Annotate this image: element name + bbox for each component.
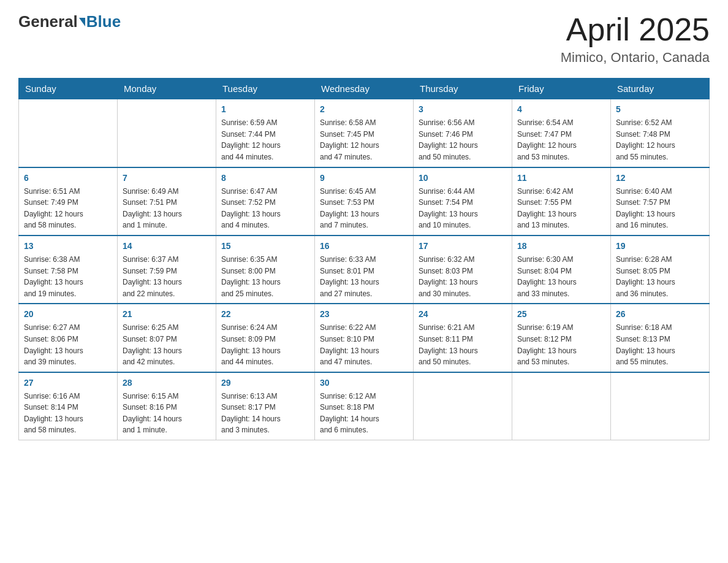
table-row: 13Sunrise: 6:38 AM Sunset: 7:58 PM Dayli… (19, 236, 118, 304)
day-number: 24 (419, 308, 507, 321)
table-row: 21Sunrise: 6:25 AM Sunset: 8:07 PM Dayli… (118, 304, 216, 372)
table-row: 16Sunrise: 6:33 AM Sunset: 8:01 PM Dayli… (315, 236, 414, 304)
day-info: Sunrise: 6:58 AM Sunset: 7:45 PM Dayligh… (320, 117, 408, 163)
col-saturday: Saturday (611, 79, 710, 99)
table-row: 4Sunrise: 6:54 AM Sunset: 7:47 PM Daylig… (512, 99, 611, 167)
day-number: 16 (320, 240, 408, 253)
day-info: Sunrise: 6:32 AM Sunset: 8:03 PM Dayligh… (419, 254, 507, 299)
calendar-week-row: 1Sunrise: 6:59 AM Sunset: 7:44 PM Daylig… (19, 99, 710, 167)
day-info: Sunrise: 6:54 AM Sunset: 7:47 PM Dayligh… (517, 117, 605, 163)
col-tuesday: Tuesday (216, 79, 315, 99)
table-row: 17Sunrise: 6:32 AM Sunset: 8:03 PM Dayli… (414, 236, 512, 304)
day-info: Sunrise: 6:59 AM Sunset: 7:44 PM Dayligh… (221, 117, 309, 163)
day-number: 3 (419, 103, 507, 116)
day-info: Sunrise: 6:15 AM Sunset: 8:16 PM Dayligh… (123, 391, 211, 436)
table-row: 19Sunrise: 6:28 AM Sunset: 8:05 PM Dayli… (611, 236, 710, 304)
day-info: Sunrise: 6:12 AM Sunset: 8:18 PM Dayligh… (320, 391, 408, 436)
day-number: 26 (616, 308, 704, 321)
calendar-header-row: Sunday Monday Tuesday Wednesday Thursday… (19, 79, 710, 99)
day-number: 10 (419, 172, 507, 185)
day-info: Sunrise: 6:35 AM Sunset: 8:00 PM Dayligh… (221, 254, 309, 299)
table-row: 22Sunrise: 6:24 AM Sunset: 8:09 PM Dayli… (216, 304, 315, 372)
day-info: Sunrise: 6:13 AM Sunset: 8:17 PM Dayligh… (221, 391, 309, 436)
day-number: 21 (123, 308, 211, 321)
day-info: Sunrise: 6:52 AM Sunset: 7:48 PM Dayligh… (616, 117, 704, 163)
day-number: 13 (24, 240, 112, 253)
day-number: 12 (616, 172, 704, 185)
day-number: 22 (221, 308, 309, 321)
day-number: 8 (221, 172, 309, 185)
day-number: 25 (517, 308, 605, 321)
day-number: 29 (221, 377, 309, 389)
day-info: Sunrise: 6:33 AM Sunset: 8:01 PM Dayligh… (320, 254, 408, 299)
day-number: 17 (419, 240, 507, 253)
table-row: 15Sunrise: 6:35 AM Sunset: 8:00 PM Dayli… (216, 236, 315, 304)
table-row: 20Sunrise: 6:27 AM Sunset: 8:06 PM Dayli… (19, 304, 118, 372)
table-row: 5Sunrise: 6:52 AM Sunset: 7:48 PM Daylig… (611, 99, 710, 167)
day-info: Sunrise: 6:30 AM Sunset: 8:04 PM Dayligh… (517, 254, 605, 299)
table-row: 10Sunrise: 6:44 AM Sunset: 7:54 PM Dayli… (414, 167, 512, 236)
day-number: 15 (221, 240, 309, 253)
table-row: 8Sunrise: 6:47 AM Sunset: 7:52 PM Daylig… (216, 167, 315, 236)
day-number: 9 (320, 172, 408, 185)
day-info: Sunrise: 6:49 AM Sunset: 7:51 PM Dayligh… (123, 186, 211, 231)
day-number: 14 (123, 240, 211, 253)
day-info: Sunrise: 6:44 AM Sunset: 7:54 PM Dayligh… (419, 186, 507, 231)
table-row: 30Sunrise: 6:12 AM Sunset: 8:18 PM Dayli… (315, 372, 414, 440)
table-row: 2Sunrise: 6:58 AM Sunset: 7:45 PM Daylig… (315, 99, 414, 167)
table-row: 29Sunrise: 6:13 AM Sunset: 8:17 PM Dayli… (216, 372, 315, 440)
day-number: 4 (517, 103, 605, 116)
calendar-week-row: 27Sunrise: 6:16 AM Sunset: 8:14 PM Dayli… (19, 372, 710, 440)
table-row: 24Sunrise: 6:21 AM Sunset: 8:11 PM Dayli… (414, 304, 512, 372)
day-info: Sunrise: 6:45 AM Sunset: 7:53 PM Dayligh… (320, 186, 408, 231)
table-row: 23Sunrise: 6:22 AM Sunset: 8:10 PM Dayli… (315, 304, 414, 372)
day-info: Sunrise: 6:24 AM Sunset: 8:09 PM Dayligh… (221, 322, 309, 367)
day-number: 27 (24, 377, 112, 389)
day-info: Sunrise: 6:38 AM Sunset: 7:58 PM Dayligh… (24, 254, 112, 299)
logo-blue-text: Blue (86, 12, 121, 31)
table-row: 1Sunrise: 6:59 AM Sunset: 7:44 PM Daylig… (216, 99, 315, 167)
table-row: 28Sunrise: 6:15 AM Sunset: 8:16 PM Dayli… (118, 372, 216, 440)
month-title: April 2025 (561, 12, 710, 47)
col-wednesday: Wednesday (315, 79, 414, 99)
day-number: 20 (24, 308, 112, 321)
day-number: 7 (123, 172, 211, 185)
day-info: Sunrise: 6:27 AM Sunset: 8:06 PM Dayligh… (24, 322, 112, 367)
table-row (118, 99, 216, 167)
table-row: 18Sunrise: 6:30 AM Sunset: 8:04 PM Dayli… (512, 236, 611, 304)
day-info: Sunrise: 6:37 AM Sunset: 7:59 PM Dayligh… (123, 254, 211, 299)
table-row: 12Sunrise: 6:40 AM Sunset: 7:57 PM Dayli… (611, 167, 710, 236)
table-row: 25Sunrise: 6:19 AM Sunset: 8:12 PM Dayli… (512, 304, 611, 372)
calendar-week-row: 13Sunrise: 6:38 AM Sunset: 7:58 PM Dayli… (19, 236, 710, 304)
col-sunday: Sunday (19, 79, 118, 99)
table-row: 7Sunrise: 6:49 AM Sunset: 7:51 PM Daylig… (118, 167, 216, 236)
table-row: 11Sunrise: 6:42 AM Sunset: 7:55 PM Dayli… (512, 167, 611, 236)
day-info: Sunrise: 6:19 AM Sunset: 8:12 PM Dayligh… (517, 322, 605, 367)
day-number: 6 (24, 172, 112, 185)
day-number: 1 (221, 103, 309, 116)
title-section: April 2025 Mimico, Ontario, Canada (561, 12, 710, 66)
table-row: 9Sunrise: 6:45 AM Sunset: 7:53 PM Daylig… (315, 167, 414, 236)
table-row (611, 372, 710, 440)
day-info: Sunrise: 6:51 AM Sunset: 7:49 PM Dayligh… (24, 186, 112, 231)
day-number: 23 (320, 308, 408, 321)
day-info: Sunrise: 6:22 AM Sunset: 8:10 PM Dayligh… (320, 322, 408, 367)
table-row: 14Sunrise: 6:37 AM Sunset: 7:59 PM Dayli… (118, 236, 216, 304)
table-row (19, 99, 118, 167)
table-row: 26Sunrise: 6:18 AM Sunset: 8:13 PM Dayli… (611, 304, 710, 372)
day-number: 28 (123, 377, 211, 389)
page-header: General Blue April 2025 Mimico, Ontario,… (18, 12, 710, 66)
day-info: Sunrise: 6:47 AM Sunset: 7:52 PM Dayligh… (221, 186, 309, 231)
table-row: 27Sunrise: 6:16 AM Sunset: 8:14 PM Dayli… (19, 372, 118, 440)
day-info: Sunrise: 6:21 AM Sunset: 8:11 PM Dayligh… (419, 322, 507, 367)
day-info: Sunrise: 6:42 AM Sunset: 7:55 PM Dayligh… (517, 186, 605, 231)
day-number: 18 (517, 240, 605, 253)
day-number: 30 (320, 377, 408, 389)
day-info: Sunrise: 6:18 AM Sunset: 8:13 PM Dayligh… (616, 322, 704, 367)
calendar-week-row: 20Sunrise: 6:27 AM Sunset: 8:06 PM Dayli… (19, 304, 710, 372)
logo-general-text: General (18, 12, 78, 31)
logo-triangle-icon (79, 18, 85, 26)
day-number: 2 (320, 103, 408, 116)
day-info: Sunrise: 6:16 AM Sunset: 8:14 PM Dayligh… (24, 391, 112, 436)
day-info: Sunrise: 6:40 AM Sunset: 7:57 PM Dayligh… (616, 186, 704, 231)
